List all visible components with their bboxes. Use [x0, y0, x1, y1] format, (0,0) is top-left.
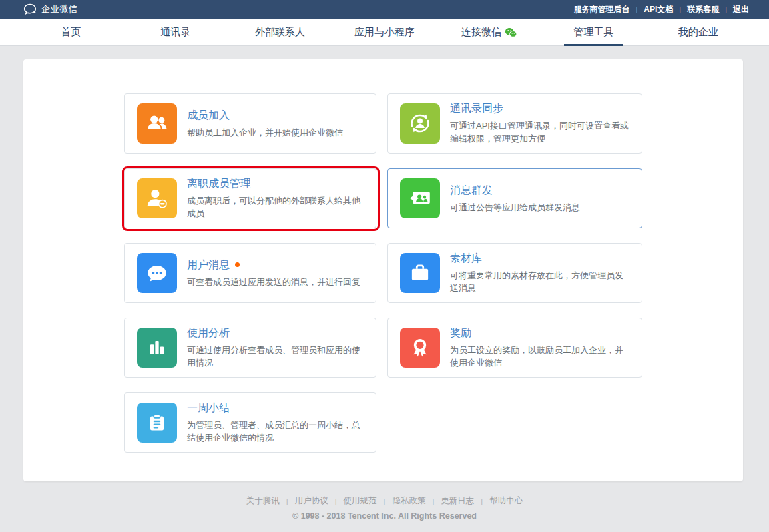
tab-management-tools[interactable]: 管理工具: [541, 19, 646, 45]
footer: 关于腾讯|用户协议|使用规范|隐私政策|更新日志|帮助中心 © 1998 - 2…: [0, 495, 769, 521]
tool-card-message-broadcast[interactable]: 消息群发可通过公告等应用给成员群发消息: [387, 168, 642, 228]
tool-desc: 可通过API接口管理通讯录，同时可设置查看或编辑权限，管理更加方便: [450, 119, 630, 145]
tool-title-label: 一周小结: [187, 401, 230, 415]
members-join-icon: [137, 103, 177, 144]
tab-label: 连接微信: [461, 26, 501, 39]
tool-card-text: 使用分析可通过使用分析查看成员、管理员和应用的使用情况: [187, 326, 367, 369]
topbar: 企业微信 服务商管理后台|API文档|联系客服|退出: [0, 0, 769, 19]
tool-title-label: 使用分析: [187, 326, 230, 340]
tool-card-member-join[interactable]: 成员加入帮助员工加入企业，并开始使用企业微信: [124, 93, 376, 154]
tab-my-company[interactable]: 我的企业: [646, 19, 750, 45]
separator: |: [335, 497, 337, 505]
topbar-link-logout[interactable]: 退出: [733, 4, 749, 15]
tool-desc: 可通过公告等应用给成员群发消息: [450, 201, 630, 214]
topbar-link-api-docs[interactable]: API文档: [644, 4, 673, 15]
tool-card-material-library[interactable]: 素材库可将重要常用的素材存放在此，方便管理员发送消息: [387, 243, 642, 303]
tool-title: 使用分析: [187, 326, 367, 340]
tab-connect-wechat[interactable]: 连接微信: [437, 19, 541, 45]
tool-desc: 成员离职后，可以分配他的外部联系人给其他成员: [187, 194, 367, 220]
resigned-member-icon: [137, 178, 177, 218]
separator: |: [635, 5, 637, 13]
footer-link-privacy-policy[interactable]: 隐私政策: [392, 495, 425, 507]
tool-card-rewards[interactable]: 奖励为员工设立的奖励，以鼓励员工加入企业，并使用企业微信: [387, 318, 642, 378]
usage-analysis-icon: [137, 328, 177, 368]
tool-card-user-messages[interactable]: 用户消息可查看成员通过应用发送的消息，并进行回复: [124, 243, 376, 303]
tool-title-label: 奖励: [450, 326, 471, 340]
tab-label: 首页: [61, 26, 81, 39]
tab-label: 通讯录: [160, 26, 190, 39]
tool-title: 消息群发: [450, 184, 630, 198]
message-blast-icon: [400, 178, 440, 218]
tool-title-label: 成员加入: [187, 109, 230, 123]
tool-title: 素材库: [450, 252, 630, 266]
tab-contacts[interactable]: 通讯录: [123, 19, 228, 45]
active-tab-underline: [564, 44, 623, 46]
tool-card-text: 素材库可将重要常用的素材存放在此，方便管理员发送消息: [450, 252, 630, 294]
separator: |: [384, 497, 386, 505]
separator: |: [725, 5, 727, 13]
tool-title: 一周小结: [187, 401, 367, 415]
tools-panel: 成员加入帮助员工加入企业，并开始使用企业微信通讯录同步可通过API接口管理通讯录…: [23, 59, 743, 481]
separator: |: [286, 497, 288, 505]
tab-home[interactable]: 首页: [19, 19, 123, 45]
tool-card-resigned-member-management[interactable]: 离职成员管理成员离职后，可以分配他的外部联系人给其他成员: [124, 168, 376, 228]
footer-link-help-center[interactable]: 帮助中心: [489, 495, 523, 507]
tab-apps-miniprograms[interactable]: 应用与小程序: [332, 19, 437, 45]
tool-card-weekly-summary[interactable]: 一周小结为管理员、管理者、成员汇总的一周小结，总结使用企业微信的情况: [124, 392, 376, 453]
topbar-links: 服务商管理后台|API文档|联系客服|退出: [573, 4, 749, 15]
tool-desc: 为管理员、管理者、成员汇总的一周小结，总结使用企业微信的情况: [187, 419, 367, 444]
tool-card-text: 用户消息可查看成员通过应用发送的消息，并进行回复: [187, 258, 367, 288]
brand: 企业微信: [23, 3, 77, 15]
footer-link-user-agreement[interactable]: 用户协议: [295, 495, 328, 507]
brand-name: 企业微信: [41, 3, 77, 15]
footer-link-changelog[interactable]: 更新日志: [441, 495, 474, 507]
tool-title-label: 素材库: [450, 252, 482, 266]
tool-title: 成员加入: [187, 109, 367, 123]
footer-links: 关于腾讯|用户协议|使用规范|隐私政策|更新日志|帮助中心: [0, 495, 769, 507]
main-nav: 首页通讯录外部联系人应用与小程序连接微信管理工具我的企业: [0, 19, 769, 46]
copyright: © 1998 - 2018 Tencent Inc. All Rights Re…: [0, 511, 769, 521]
tool-card-text: 成员加入帮助员工加入企业，并开始使用企业微信: [187, 109, 367, 139]
topbar-link-provider-admin[interactable]: 服务商管理后台: [573, 4, 629, 15]
tool-title-label: 通讯录同步: [450, 102, 503, 116]
weekly-summary-icon: [137, 403, 177, 443]
reward-icon: [400, 328, 440, 368]
material-library-icon: [400, 253, 440, 293]
tool-title-label: 离职成员管理: [187, 177, 251, 191]
tool-desc: 可查看成员通过应用发送的消息，并进行回复: [187, 276, 367, 288]
tool-title-label: 消息群发: [450, 184, 493, 198]
tool-title: 离职成员管理: [187, 177, 367, 191]
tool-card-contacts-sync[interactable]: 通讯录同步可通过API接口管理通讯录，同时可设置查看或编辑权限，管理更加方便: [387, 93, 642, 154]
tool-desc: 为员工设立的奖励，以鼓励员工加入企业，并使用企业微信: [450, 344, 630, 369]
tools-grid: 成员加入帮助员工加入企业，并开始使用企业微信通讯录同步可通过API接口管理通讯录…: [124, 93, 642, 453]
tab-label: 我的企业: [678, 26, 718, 39]
footer-link-about-tencent[interactable]: 关于腾讯: [246, 495, 280, 507]
footer-link-usage-rules[interactable]: 使用规范: [344, 495, 377, 507]
tool-card-text: 离职成员管理成员离职后，可以分配他的外部联系人给其他成员: [187, 177, 367, 220]
separator: |: [432, 497, 434, 505]
separator: |: [481, 497, 483, 505]
separator: |: [679, 5, 681, 13]
wework-logo-icon: [23, 3, 37, 15]
tool-title: 用户消息: [187, 258, 367, 272]
tool-desc: 帮助员工加入企业，并开始使用企业微信: [187, 126, 367, 139]
tool-card-text: 消息群发可通过公告等应用给成员群发消息: [450, 184, 630, 214]
topbar-link-contact-support[interactable]: 联系客服: [687, 4, 719, 15]
wechat-icon: [505, 27, 517, 37]
tool-title-label: 用户消息: [187, 258, 230, 272]
tab-label: 应用与小程序: [354, 26, 415, 39]
tool-desc: 可将重要常用的素材存放在此，方便管理员发送消息: [450, 269, 630, 294]
user-message-icon: [137, 253, 177, 293]
tool-card-text: 通讯录同步可通过API接口管理通讯录，同时可设置查看或编辑权限，管理更加方便: [450, 102, 630, 145]
tab-label: 外部联系人: [255, 26, 305, 39]
tool-title: 奖励: [450, 326, 630, 340]
contacts-sync-icon: [400, 103, 440, 144]
tool-desc: 可通过使用分析查看成员、管理员和应用的使用情况: [187, 344, 367, 369]
tool-card-usage-analytics[interactable]: 使用分析可通过使用分析查看成员、管理员和应用的使用情况: [124, 318, 376, 378]
tab-label: 管理工具: [573, 26, 613, 39]
tool-card-text: 一周小结为管理员、管理者、成员汇总的一周小结，总结使用企业微信的情况: [187, 401, 367, 444]
tool-title: 通讯录同步: [450, 102, 630, 116]
tab-external-contacts[interactable]: 外部联系人: [228, 19, 332, 45]
tool-card-text: 奖励为员工设立的奖励，以鼓励员工加入企业，并使用企业微信: [450, 326, 630, 369]
new-message-dot: [235, 262, 240, 267]
